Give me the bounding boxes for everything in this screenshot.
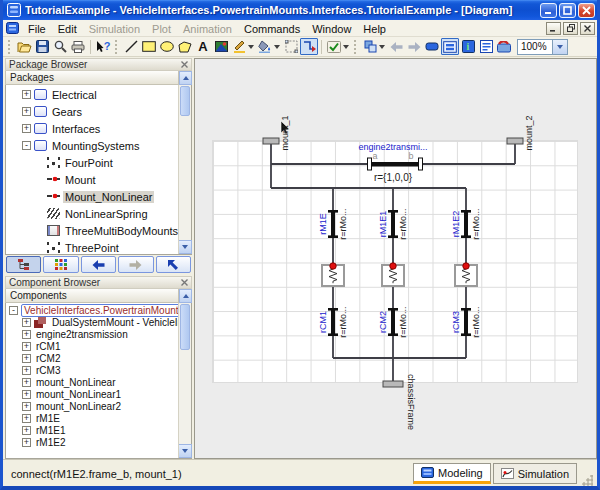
toolbar-grip[interactable] [115, 40, 119, 54]
context-help-button[interactable]: ? [94, 38, 112, 55]
expand-icon[interactable]: + [22, 366, 31, 375]
resize-grip[interactable] [581, 475, 593, 487]
expand-icon[interactable]: + [22, 390, 31, 399]
tab-modeling[interactable]: Modeling [413, 463, 491, 484]
line-tool-button[interactable] [122, 38, 140, 55]
package-browser-titlebar[interactable]: Package Browser [5, 58, 192, 71]
branch-3-lower-name-label[interactable]: rCM3 [451, 311, 461, 333]
expand-icon[interactable]: + [22, 318, 31, 327]
engine2transmission-label[interactable]: engine2transmi... [358, 142, 427, 152]
mdi-restore-button[interactable] [563, 22, 578, 35]
documentation-text-button[interactable] [477, 38, 495, 55]
maximize-button[interactable] [559, 3, 576, 18]
component-browser-close-icon[interactable] [181, 277, 188, 288]
tree-item-mount-nonlinear[interactable]: +mount_NonLinear [6, 376, 178, 388]
branch-1-lower-name-label[interactable]: rCM1 [318, 311, 328, 333]
menu-commands[interactable]: Commands [238, 22, 306, 36]
tree-item-rm1e1[interactable]: +rM1E1 [6, 424, 178, 436]
component-browser-titlebar[interactable]: Component Browser [5, 276, 192, 289]
expand-icon[interactable]: + [22, 414, 31, 423]
open-button[interactable] [15, 38, 33, 55]
packages-column-header[interactable]: Packages [5, 71, 179, 85]
collapse-icon[interactable]: - [9, 306, 18, 315]
branch-3-lower-param-label[interactable]: r=rMo... [471, 306, 481, 337]
expand-icon[interactable]: + [22, 426, 31, 435]
polygon-tool-button[interactable] [176, 38, 194, 55]
zoom-button[interactable] [51, 38, 69, 55]
icon-view-button[interactable] [423, 38, 441, 55]
tree-item-vehicleinterfaces-powertrainmounts-interfac-[interactable]: -VehicleInterfaces.PowertrainMounts.Inte… [6, 304, 178, 316]
expand-icon[interactable]: + [22, 107, 31, 116]
tree-item-mount-nonlinear[interactable]: Mount_NonLinear [6, 188, 178, 205]
title-bar[interactable]: TutorialExample - VehicleInterfaces.Powe… [3, 0, 597, 20]
menu-edit[interactable]: Edit [52, 22, 83, 36]
zoom-combobox[interactable]: 100% [517, 39, 568, 55]
branch-2-lower-param-label[interactable]: r=rMo... [398, 306, 408, 337]
history-back-button[interactable] [81, 256, 116, 273]
ellipse-tool-button[interactable] [158, 38, 176, 55]
tree-item-rcm3[interactable]: +rCM3 [6, 364, 178, 376]
expand-icon[interactable]: + [22, 124, 31, 133]
package-scrollbar[interactable] [178, 85, 191, 254]
simulation-setup-button[interactable] [495, 38, 513, 55]
documentation-info-button[interactable]: i [459, 38, 477, 55]
check-model-dropdown[interactable] [343, 45, 349, 49]
package-browser-close-icon[interactable] [181, 59, 188, 70]
branch-1-lower-param-label[interactable]: r=rMo... [338, 306, 348, 337]
branch-2-upper-name-label[interactable]: rM1E1 [378, 211, 388, 238]
branch-2-upper-param-label[interactable]: r=rMo... [398, 208, 408, 239]
tree-item-nonlinearspring[interactable]: NonLinearSpring [6, 205, 178, 222]
back-button[interactable] [387, 38, 405, 55]
collapse-icon[interactable]: - [22, 141, 31, 150]
expand-icon[interactable]: + [22, 330, 31, 339]
line-color-button[interactable] [230, 38, 248, 55]
component-scroll-thumb[interactable] [180, 304, 190, 350]
menu-plot[interactable]: Plot [146, 22, 177, 36]
fill-color-dropdown[interactable] [274, 45, 280, 49]
branch-1-upper-name-label[interactable]: rM1E [318, 213, 328, 235]
tree-item-fourpoint[interactable]: FourPoint [6, 154, 178, 171]
diagram-view-button[interactable] [441, 38, 459, 55]
tree-item-rcm1[interactable]: +rCM1 [6, 340, 178, 352]
expand-icon[interactable]: + [22, 90, 31, 99]
tree-item-mount-nonlinear1[interactable]: +mount_NonLinear1 [6, 388, 178, 400]
branch-3-upper-param-label[interactable]: r=rMo... [471, 208, 481, 239]
tree-item-mount-nonlinear2[interactable]: +mount_NonLinear2 [6, 400, 178, 412]
check-model-button[interactable] [325, 38, 343, 55]
expand-icon[interactable]: + [22, 354, 31, 363]
branch-1-upper-param-label[interactable]: r=rMo... [338, 208, 348, 239]
tree-item-gears[interactable]: +Gears [6, 103, 178, 120]
fill-color-button[interactable] [256, 38, 274, 55]
expand-icon[interactable]: + [22, 402, 31, 411]
text-tool-button[interactable]: A [194, 38, 212, 55]
mount2-connector-label[interactable]: mount_2 [524, 115, 534, 150]
tree-item-interfaces[interactable]: +Interfaces [6, 120, 178, 137]
menu-simulation[interactable]: Simulation [83, 22, 146, 36]
icon-grid-view-button[interactable] [43, 256, 78, 273]
component-scroll-down-button[interactable] [179, 444, 192, 458]
forward-button[interactable] [405, 38, 423, 55]
toolbar-grip[interactable] [354, 40, 358, 54]
tree-item-engine2transmission[interactable]: +engine2transmission [6, 328, 178, 340]
menu-window[interactable]: Window [306, 22, 357, 36]
menu-animation[interactable]: Animation [177, 22, 238, 36]
component-scroll-up-button[interactable] [179, 289, 192, 303]
tree-item-mount[interactable]: Mount [6, 171, 178, 188]
rectangle-tool-button[interactable] [140, 38, 158, 55]
zoom-dropdown-button[interactable] [552, 40, 567, 54]
diagram-canvas[interactable]: mount_1 mount_2 engine2transmi... a b r=… [194, 58, 597, 459]
tree-item-threepoint[interactable]: ThreePoint [6, 239, 178, 254]
close-button[interactable] [578, 3, 595, 18]
tree-item-threemultibodymounts[interactable]: ThreeMultiBodyMounts [6, 222, 178, 239]
history-forward-button[interactable] [118, 256, 153, 273]
save-button[interactable] [33, 38, 51, 55]
menu-file[interactable]: File [22, 22, 52, 36]
tree-item-mountingsystems[interactable]: -MountingSystems [6, 137, 178, 154]
tree-item-dualsystemmount-vehicleinterfaces-[interactable]: +DualSystemMount - VehicleInterfaces.... [6, 316, 178, 328]
tab-simulation[interactable]: Simulation [493, 463, 577, 484]
package-scroll-down-button[interactable] [179, 240, 192, 254]
expand-icon[interactable]: + [22, 342, 31, 351]
expand-icon[interactable]: + [22, 438, 31, 447]
go-to-top-button[interactable] [156, 256, 191, 273]
expand-icon[interactable]: + [22, 378, 31, 387]
